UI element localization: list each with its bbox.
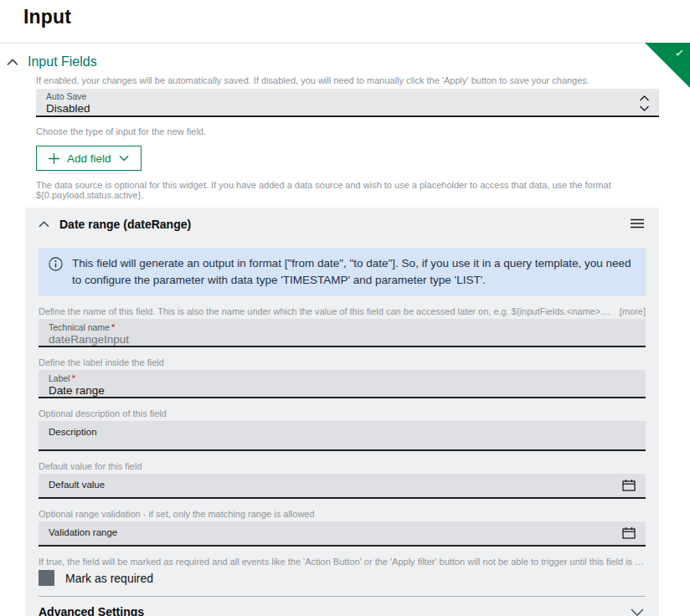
validation-range-placeholder: Validation range (49, 525, 636, 538)
default-value-placeholder: Default value (49, 477, 636, 490)
auto-save-label: Auto Save (46, 91, 649, 101)
validation-range-help: Optional range validation - if set, only… (39, 509, 315, 519)
required-marker: * (111, 322, 115, 332)
auto-save-select[interactable]: Auto Save Disabled (36, 89, 659, 117)
chevron-up-icon (7, 59, 18, 66)
mark-as-required-label: Mark as required (65, 572, 153, 585)
divider (0, 43, 690, 44)
label-field[interactable]: Label* Date range (39, 370, 646, 398)
section-title: Input Fields (28, 54, 97, 69)
more-link[interactable]: [more] (620, 306, 646, 316)
label-field-label: Label (49, 373, 70, 383)
technical-name-label: Technical name (49, 322, 110, 332)
default-value-help: Default value for this field (39, 461, 142, 471)
panel-title: Date range (dateRange) (59, 218, 191, 231)
required-marker: * (72, 373, 75, 383)
advanced-settings-toggle[interactable]: Advanced Settings (39, 597, 646, 616)
checkbox-icon (39, 570, 54, 586)
page-title: Input (23, 6, 690, 28)
technical-name-help: Define the name of this field. This is a… (39, 306, 611, 316)
check-icon: ✓ (674, 46, 685, 59)
date-range-field-panel: Date range (dateRange) This field will g… (25, 208, 659, 616)
autosave-help-text: If enabled, your changes will be automat… (36, 75, 659, 85)
chevron-down-icon (631, 608, 644, 616)
datasource-help-text: The data source is optional for this wid… (36, 180, 659, 200)
calendar-icon[interactable] (621, 478, 636, 493)
calendar-icon[interactable] (621, 526, 636, 541)
plus-icon (49, 153, 59, 164)
input-fields-section-toggle[interactable]: Input Fields (7, 54, 690, 69)
auto-save-value: Disabled (46, 102, 649, 116)
info-icon (49, 255, 63, 275)
chevron-up-icon (39, 221, 49, 228)
add-field-button[interactable]: Add field (36, 146, 142, 171)
add-field-button-label: Add field (67, 152, 111, 165)
label-help: Define the label inside the field (39, 357, 164, 367)
description-field[interactable]: Description (39, 421, 646, 451)
select-spinner-icon (638, 95, 651, 116)
advanced-settings-label: Advanced Settings (39, 605, 144, 616)
mark-as-required-checkbox[interactable]: Mark as required (39, 570, 646, 586)
description-help: Optional description of this field (39, 408, 167, 418)
label-field-value: Date range (49, 384, 636, 398)
technical-name-field[interactable]: Technical name* dateRangeInput (39, 319, 646, 347)
info-message-text: This field will generate an output in fo… (72, 255, 634, 289)
chevron-down-icon (119, 155, 129, 162)
panel-collapse-toggle[interactable]: Date range (dateRange) (39, 215, 646, 234)
validation-range-field[interactable]: Validation range (39, 521, 646, 547)
technical-name-value: dateRangeInput (49, 333, 636, 346)
info-message-box: This field will generate an output in fo… (39, 248, 646, 296)
default-value-field[interactable]: Default value (39, 474, 646, 499)
drag-handle-icon[interactable] (629, 215, 646, 234)
add-field-help-text: Choose the type of input for the new fie… (36, 126, 659, 136)
required-checkbox-help: If true, the field will be marked as req… (39, 557, 646, 567)
description-placeholder: Description (49, 424, 636, 438)
